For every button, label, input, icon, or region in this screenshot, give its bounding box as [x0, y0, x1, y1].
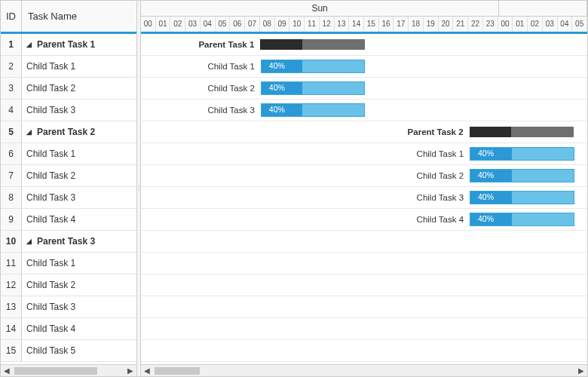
- scrollbar-thumb[interactable]: [14, 367, 97, 375]
- gantt-summary-bar[interactable]: [470, 127, 574, 137]
- task-name-cell[interactable]: Child Task 4: [22, 323, 136, 334]
- scroll-right-icon[interactable]: ▶: [124, 365, 136, 377]
- task-name-cell[interactable]: Child Task 2: [22, 170, 136, 181]
- timeline-hour: 06: [230, 17, 245, 32]
- tree-body: 1◢Parent Task 12Child Task 13Child Task …: [1, 34, 136, 364]
- timeline-days-row: Sun: [141, 1, 587, 17]
- gantt-bar-group: Child Task 340%: [417, 191, 574, 204]
- gantt-task-bar[interactable]: 40%: [261, 103, 366, 117]
- column-header-name[interactable]: Task Name: [22, 1, 136, 32]
- gantt-progress: [260, 39, 302, 50]
- chart-horizontal-scrollbar[interactable]: ◀ ▶: [141, 364, 587, 376]
- chart-row[interactable]: Parent Task 2: [141, 121, 587, 143]
- task-id-cell: 7: [1, 165, 22, 186]
- task-row[interactable]: 10◢Parent Task 3: [1, 231, 136, 253]
- scrollbar-thumb[interactable]: [155, 367, 200, 375]
- task-row[interactable]: 4Child Task 3: [1, 100, 136, 121]
- task-id-cell: 2: [1, 56, 22, 77]
- scroll-left-icon[interactable]: ◀: [141, 365, 153, 377]
- task-row[interactable]: 3Child Task 2: [1, 78, 136, 100]
- timeline-hour: 01: [513, 17, 528, 32]
- chart-row[interactable]: Child Task 440%: [141, 209, 587, 231]
- task-row[interactable]: 6Child Task 1: [1, 143, 136, 165]
- task-name-cell[interactable]: Child Task 1: [22, 149, 136, 159]
- task-row[interactable]: 11Child Task 1: [1, 253, 136, 274]
- chart-row[interactable]: [141, 274, 587, 296]
- gantt-task-bar[interactable]: 40%: [470, 147, 574, 161]
- gantt-task-bar[interactable]: 40%: [470, 169, 574, 182]
- scrollbar-track[interactable]: [153, 365, 575, 376]
- gantt-summary-bar[interactable]: [260, 39, 365, 50]
- timeline-day: Sun: [141, 1, 499, 16]
- tree-horizontal-scrollbar[interactable]: ◀ ▶: [1, 364, 136, 376]
- chart-row[interactable]: Child Task 340%: [141, 187, 587, 209]
- gantt-task-bar[interactable]: 40%: [470, 191, 574, 204]
- gantt-bar-group: Child Task 240%: [207, 81, 365, 95]
- task-name-label: Parent Task 2: [37, 127, 95, 137]
- task-id-cell: 9: [1, 209, 22, 230]
- task-row[interactable]: 8Child Task 3: [1, 187, 136, 209]
- task-row[interactable]: 7Child Task 2: [1, 165, 136, 187]
- task-row[interactable]: 12Child Task 2: [1, 274, 136, 296]
- timeline-header: Sun 000102030405060708091011121314151617…: [141, 1, 587, 34]
- task-name-cell[interactable]: Child Task 1: [22, 258, 136, 268]
- timeline-hour: 10: [289, 17, 305, 32]
- timeline-hour: 20: [439, 17, 454, 32]
- scroll-right-icon[interactable]: ▶: [575, 365, 587, 377]
- task-name-cell[interactable]: Child Task 4: [22, 214, 136, 225]
- task-id-cell: 6: [1, 143, 22, 164]
- task-name-cell[interactable]: Child Task 2: [22, 83, 136, 93]
- chart-row[interactable]: Child Task 240%: [141, 78, 587, 100]
- chart-panel: Sun 000102030405060708091011121314151617…: [141, 1, 587, 376]
- task-name-cell[interactable]: Child Task 3: [22, 105, 136, 115]
- chart-row[interactable]: Child Task 140%: [141, 56, 587, 78]
- task-row[interactable]: 5◢Parent Task 2: [1, 121, 136, 143]
- task-row[interactable]: 1◢Parent Task 1: [1, 34, 136, 56]
- column-header-id[interactable]: ID: [1, 1, 22, 32]
- gantt-bar-group: Parent Task 2: [408, 125, 574, 139]
- task-name-cell[interactable]: ◢Parent Task 3: [22, 236, 136, 247]
- task-name-cell[interactable]: Child Task 2: [22, 280, 136, 290]
- task-row[interactable]: 9Child Task 4: [1, 209, 136, 231]
- chart-body[interactable]: Parent Task 1Child Task 140%Child Task 2…: [141, 34, 587, 364]
- timeline-hour: 21: [453, 17, 468, 32]
- chart-row[interactable]: [141, 340, 587, 362]
- task-row[interactable]: 14Child Task 4: [1, 318, 136, 340]
- scrollbar-track[interactable]: [13, 365, 124, 376]
- collapse-icon[interactable]: ◢: [26, 41, 34, 48]
- chart-row[interactable]: [141, 231, 587, 253]
- task-name-label: Child Task 2: [26, 83, 75, 93]
- task-row[interactable]: 2Child Task 1: [1, 56, 136, 78]
- collapse-icon[interactable]: ◢: [26, 128, 34, 136]
- chart-row[interactable]: [141, 253, 587, 274]
- chart-row[interactable]: [141, 318, 587, 340]
- gantt-task-bar[interactable]: 40%: [470, 213, 574, 226]
- task-name-cell[interactable]: Child Task 1: [22, 61, 136, 72]
- timeline-hour: 05: [572, 17, 587, 32]
- task-row[interactable]: 15Child Task 5: [1, 340, 136, 362]
- chart-row[interactable]: Child Task 140%: [141, 143, 587, 165]
- timeline-hours-row: 0001020304050607080910111213141516171819…: [141, 17, 587, 32]
- task-id-cell: 13: [1, 296, 22, 317]
- task-name-cell[interactable]: Child Task 3: [22, 302, 136, 312]
- gantt-progress-label: 40%: [478, 149, 494, 158]
- task-name-cell[interactable]: ◢Parent Task 2: [22, 127, 136, 137]
- gantt-task-bar[interactable]: 40%: [261, 60, 366, 73]
- chart-row[interactable]: Child Task 240%: [141, 165, 587, 187]
- chart-row[interactable]: Parent Task 1: [141, 34, 587, 56]
- timeline-hour: 00: [498, 17, 513, 32]
- gantt-task-bar[interactable]: 40%: [261, 81, 366, 95]
- task-name-cell[interactable]: Child Task 3: [22, 192, 136, 203]
- chart-row[interactable]: [141, 296, 587, 318]
- gantt-bar-label: Child Task 1: [207, 62, 254, 71]
- chart-row[interactable]: Child Task 340%: [141, 100, 587, 121]
- scroll-left-icon[interactable]: ◀: [1, 365, 13, 377]
- task-name-cell[interactable]: ◢Parent Task 1: [22, 39, 136, 50]
- task-name-cell[interactable]: Child Task 5: [22, 345, 136, 356]
- timeline-hour: 23: [483, 17, 498, 32]
- gantt-bar-label: Child Task 2: [417, 171, 464, 180]
- timeline-hour: 19: [424, 17, 439, 32]
- gantt-bar-label: Child Task 1: [417, 149, 464, 158]
- task-row[interactable]: 13Child Task 3: [1, 296, 136, 318]
- collapse-icon[interactable]: ◢: [26, 238, 34, 245]
